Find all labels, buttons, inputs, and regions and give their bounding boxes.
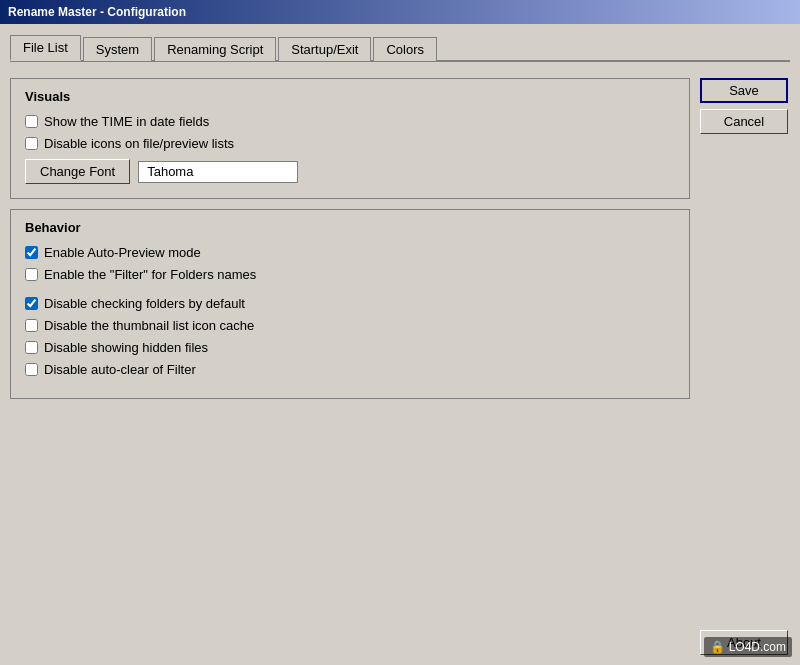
window-title: Rename Master - Configuration: [8, 5, 186, 19]
disable-hidden-label: Disable showing hidden files: [44, 340, 208, 355]
disable-hidden-checkbox[interactable]: [25, 341, 38, 354]
disable-icons-checkbox[interactable]: [25, 137, 38, 150]
cancel-button[interactable]: Cancel: [700, 109, 788, 134]
change-font-button[interactable]: Change Font: [25, 159, 130, 184]
disable-thumbnail-checkbox[interactable]: [25, 319, 38, 332]
sidebar-buttons: Save Cancel About: [700, 70, 790, 655]
tab-colors[interactable]: Colors: [373, 37, 437, 61]
behavior-title: Behavior: [25, 220, 675, 235]
watermark: 🔒 LO4D.com: [704, 637, 792, 657]
main-area: Visuals Show the TIME in date fields Dis…: [10, 62, 790, 655]
disable-autoclear-row: Disable auto-clear of Filter: [25, 362, 675, 377]
save-button[interactable]: Save: [700, 78, 788, 103]
tab-startup-exit[interactable]: Startup/Exit: [278, 37, 371, 61]
show-time-checkbox[interactable]: [25, 115, 38, 128]
auto-preview-label: Enable Auto-Preview mode: [44, 245, 201, 260]
tab-bar: File List System Renaming Script Startup…: [10, 34, 790, 62]
visuals-title: Visuals: [25, 89, 675, 104]
filter-folders-row: Enable the "Filter" for Folders names: [25, 267, 675, 282]
disable-autoclear-label: Disable auto-clear of Filter: [44, 362, 196, 377]
disable-folders-label: Disable checking folders by default: [44, 296, 245, 311]
filter-folders-label: Enable the "Filter" for Folders names: [44, 267, 256, 282]
disable-folders-checkbox[interactable]: [25, 297, 38, 310]
show-time-row: Show the TIME in date fields: [25, 114, 675, 129]
visuals-section: Visuals Show the TIME in date fields Dis…: [10, 78, 690, 199]
disable-icons-row: Disable icons on file/preview lists: [25, 136, 675, 151]
tab-renaming-script[interactable]: Renaming Script: [154, 37, 276, 61]
disable-thumbnail-row: Disable the thumbnail list icon cache: [25, 318, 675, 333]
tab-file-list[interactable]: File List: [10, 35, 81, 61]
font-row: Change Font Tahoma: [25, 159, 675, 184]
disable-autoclear-checkbox[interactable]: [25, 363, 38, 376]
window-body: File List System Renaming Script Startup…: [0, 24, 800, 665]
font-display: Tahoma: [138, 161, 298, 183]
auto-preview-row: Enable Auto-Preview mode: [25, 245, 675, 260]
title-bar: Rename Master - Configuration: [0, 0, 800, 24]
auto-preview-checkbox[interactable]: [25, 246, 38, 259]
show-time-label: Show the TIME in date fields: [44, 114, 209, 129]
content-area: Visuals Show the TIME in date fields Dis…: [10, 70, 690, 655]
disable-thumbnail-label: Disable the thumbnail list icon cache: [44, 318, 254, 333]
filter-folders-checkbox[interactable]: [25, 268, 38, 281]
disable-folders-row: Disable checking folders by default: [25, 296, 675, 311]
behavior-section: Behavior Enable Auto-Preview mode Enable…: [10, 209, 690, 399]
disable-hidden-row: Disable showing hidden files: [25, 340, 675, 355]
disable-icons-label: Disable icons on file/preview lists: [44, 136, 234, 151]
tab-system[interactable]: System: [83, 37, 152, 61]
